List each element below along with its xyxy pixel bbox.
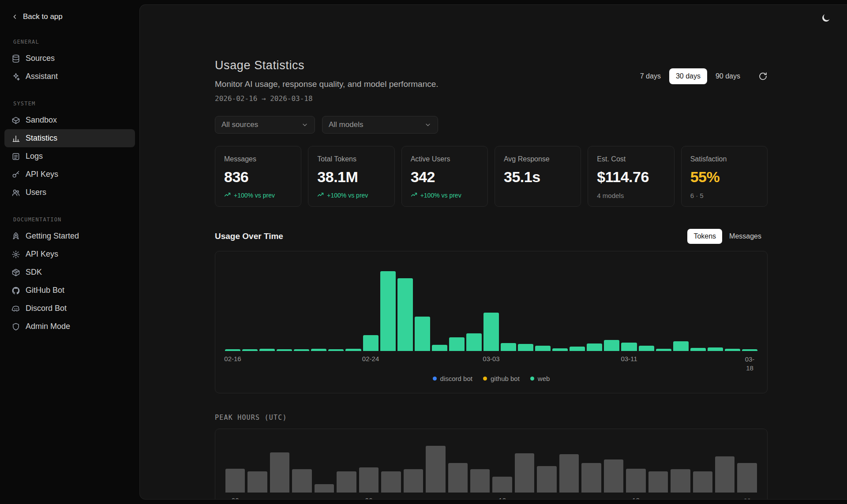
theme-toggle-button[interactable] (821, 13, 831, 25)
dropdown-value: All models (329, 120, 363, 129)
stat-delta: +100% vs prev (411, 192, 479, 199)
usage-bar (604, 340, 619, 351)
bar-chart-icon (11, 134, 20, 143)
sidebar-item-discord-bot[interactable]: Discord Bot (4, 299, 135, 317)
stat-label: Messages (224, 155, 292, 163)
date-range: 2026-02-16 → 2026-03-18 (215, 94, 438, 103)
peak-hour-bar (559, 454, 579, 493)
sidebar-item-statistics[interactable]: Statistics (4, 129, 135, 147)
stat-value: $114.76 (597, 168, 665, 186)
sidebar-item-sdk[interactable]: SDK (4, 263, 135, 281)
sources-filter-dropdown[interactable]: All sources (215, 116, 315, 134)
stat-delta-text: +100% vs prev (420, 192, 461, 199)
peak-hour-bar (671, 469, 690, 493)
usage-bar (690, 348, 706, 351)
peak-hour-bar (515, 453, 534, 493)
usage-bar (501, 343, 516, 351)
peak-hour-bar (737, 463, 757, 493)
sidebar-item-logs[interactable]: Logs (4, 147, 135, 165)
trend-up-icon (411, 192, 417, 199)
peak-chart-card: 0006121823 (215, 429, 768, 500)
peak-hour-bar (270, 452, 289, 493)
chart-legend: discord botgithub botweb (224, 373, 758, 388)
sidebar-item-label: Statistics (26, 134, 57, 143)
sidebar-nav: GENERALSourcesAssistantSYSTEMSandboxStat… (0, 39, 139, 336)
stat-value: 836 (224, 168, 292, 186)
usage-bar (587, 343, 602, 351)
usage-metric-toggle: TokensMessages (687, 229, 768, 244)
sidebar-item-assistant[interactable]: Assistant (4, 67, 135, 86)
peak-hour-bar (292, 469, 311, 493)
range-button-7-days[interactable]: 7 days (633, 68, 667, 84)
usage-bar (535, 346, 551, 351)
peak-hour-bar (604, 459, 623, 493)
sidebar: Back to app GENERALSourcesAssistantSYSTE… (0, 0, 139, 504)
legend-label: github bot (491, 375, 520, 382)
range-selector: 7 days30 days90 days (633, 68, 747, 84)
chevron-left-icon (11, 13, 19, 20)
sidebar-item-label: Getting Started (26, 231, 79, 241)
usage-bar (380, 271, 396, 351)
x-tick-label: 00 (232, 497, 239, 500)
peak-hours-heading: PEAK HOURS (UTC) (215, 414, 768, 422)
stat-label: Satisfaction (690, 155, 758, 163)
sidebar-item-admin-mode[interactable]: Admin Mode (4, 317, 135, 336)
peak-hour-bar (470, 469, 490, 493)
chevron-down-icon (301, 121, 308, 128)
refresh-icon (758, 72, 768, 81)
usage-bar (621, 343, 637, 351)
shield-icon (11, 322, 20, 331)
stat-label: Total Tokens (317, 155, 385, 163)
x-tick-label: 18 (632, 497, 640, 500)
peak-hour-bar (626, 469, 645, 493)
peak-hour-bar (581, 463, 601, 493)
stat-card-avg-response: Avg Response35.1s (495, 146, 581, 207)
refresh-button[interactable] (758, 72, 768, 81)
sidebar-item-github-bot[interactable]: GitHub Bot (4, 281, 135, 299)
stat-value: 55% (690, 168, 758, 186)
usage-chart-x-axis: 02-1602-2403-0303-1103-18 (224, 351, 758, 373)
peak-hour-bar (247, 471, 267, 493)
range-button-90-days[interactable]: 90 days (709, 68, 747, 84)
chevron-down-icon (424, 121, 431, 128)
stat-value: 342 (411, 168, 479, 186)
sidebar-item-sandbox[interactable]: Sandbox (4, 111, 135, 129)
usage-toggle-tokens[interactable]: Tokens (687, 229, 722, 244)
sidebar-item-users[interactable]: Users (4, 183, 135, 202)
usage-over-time-heading: Usage Over Time (215, 231, 283, 241)
stat-card-total-tokens: Total Tokens38.1M+100% vs prev (308, 146, 394, 207)
peak-chart-x-axis: 0006121823 (224, 493, 758, 500)
x-tick-label: 03-03 (483, 355, 499, 362)
models-filter-dropdown[interactable]: All models (322, 116, 438, 134)
range-button-30-days[interactable]: 30 days (669, 68, 707, 84)
stat-card-messages: Messages836+100% vs prev (215, 146, 301, 207)
users-icon (11, 188, 20, 197)
peak-hour-bar (715, 456, 735, 493)
sidebar-item-api-keys[interactable]: API Keys (4, 245, 135, 263)
usage-bar (639, 346, 654, 351)
stat-delta: +100% vs prev (317, 192, 385, 199)
stat-delta-text: +100% vs prev (234, 192, 275, 199)
usage-bar (518, 344, 533, 351)
discord-icon (11, 304, 20, 313)
peak-hour-bar (337, 471, 356, 493)
legend-item-github-bot: github bot (483, 375, 520, 382)
sidebar-item-label: SDK (26, 268, 42, 277)
sidebar-item-label: GitHub Bot (26, 286, 64, 295)
stat-note: 4 models (597, 192, 665, 199)
page-header: Usage Statistics Monitor AI usage, respo… (215, 59, 768, 103)
stat-note: 6 · 5 (690, 192, 758, 199)
main-panel: Usage Statistics Monitor AI usage, respo… (139, 4, 847, 500)
usage-bar (483, 313, 499, 351)
sidebar-item-label: Sandbox (26, 116, 57, 125)
sidebar-section-label: GENERAL (0, 39, 139, 45)
stat-value: 35.1s (504, 168, 572, 186)
usage-toggle-messages[interactable]: Messages (723, 229, 768, 244)
sidebar-item-label: Users (26, 188, 46, 197)
sidebar-item-getting-started[interactable]: Getting Started (4, 227, 135, 245)
stat-card-est-cost: Est. Cost$114.764 models (588, 146, 674, 207)
sidebar-item-api-keys[interactable]: API Keys (4, 165, 135, 183)
package-icon (11, 268, 20, 277)
sidebar-item-sources[interactable]: Sources (4, 49, 135, 67)
back-to-app-button[interactable]: Back to app (0, 10, 139, 24)
